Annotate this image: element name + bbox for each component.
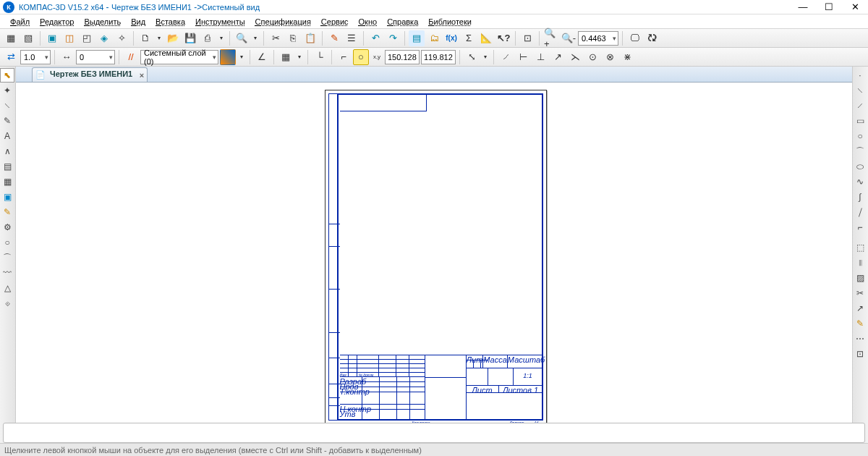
table-icon[interactable]: ▦ xyxy=(0,174,14,189)
arc-tool-icon[interactable]: ⌒ xyxy=(0,250,14,265)
snap-perp-icon[interactable]: ⊥ xyxy=(532,49,548,65)
r-fillet-icon[interactable]: ⌐ xyxy=(853,220,867,235)
sigma-icon[interactable]: Σ xyxy=(461,30,477,46)
view-icon[interactable]: ▣ xyxy=(0,190,14,204)
lcs-icon[interactable]: ⤡ xyxy=(464,49,480,65)
new-dropdown-icon[interactable]: ▾ xyxy=(155,30,163,46)
menu-insert[interactable]: Вставка xyxy=(151,16,190,28)
text-icon[interactable]: ∧ xyxy=(0,144,14,159)
grid-dropdown-icon[interactable]: ▾ xyxy=(295,49,304,65)
calculator-icon[interactable]: 🗂 xyxy=(426,30,442,46)
drawing-canvas[interactable]: Изм № докум Разраб Пров Т.контр Н.контр … xyxy=(16,83,855,431)
menu-window[interactable]: Окно xyxy=(354,16,382,28)
new-doc-icon[interactable]: 🗋 xyxy=(137,30,153,46)
print-icon[interactable]: ⎙ xyxy=(200,30,216,46)
r-bezier-icon[interactable]: ∫ xyxy=(853,190,867,204)
zoom-in-icon[interactable]: 🔍+ xyxy=(543,30,559,46)
r-group-icon[interactable]: ⊡ xyxy=(853,347,867,361)
step-combo[interactable]: 0 xyxy=(76,50,115,64)
line-tool-icon[interactable]: ⟍ xyxy=(0,98,14,113)
color-dropdown-icon[interactable]: ▾ xyxy=(237,49,246,65)
fx-icon[interactable]: f(x) xyxy=(443,30,459,46)
point-tool-icon[interactable]: △ xyxy=(0,281,14,295)
round-icon[interactable]: ○ xyxy=(353,49,369,65)
r-rect-icon[interactable]: ▭ xyxy=(853,114,867,128)
menu-editor[interactable]: Редактор xyxy=(35,16,78,28)
layer-combo[interactable]: Системный слой (0) xyxy=(140,50,218,64)
zoom-out-icon[interactable]: 🔍- xyxy=(561,30,576,46)
document-tab[interactable]: 📄 Чертеж БЕЗ ИМЕНИ1 × xyxy=(32,67,148,82)
params-icon[interactable]: ⚙ xyxy=(0,220,14,235)
ortho-xy-icon[interactable]: └ xyxy=(312,49,328,65)
coord-y-input[interactable] xyxy=(421,50,456,64)
edit-tool-icon[interactable]: ✎ xyxy=(0,205,14,219)
3d-cube-icon[interactable]: ▣ xyxy=(44,30,60,46)
library-mgr-icon[interactable]: ▤ xyxy=(409,30,425,46)
menu-tools[interactable]: Инструменты xyxy=(191,16,250,28)
grid-icon[interactable]: ▦ xyxy=(278,49,294,65)
dimension-icon[interactable]: A xyxy=(0,129,14,143)
lcs-dropdown-icon[interactable]: ▾ xyxy=(481,49,490,65)
paste-icon[interactable]: 📋 xyxy=(302,30,318,46)
color-icon[interactable] xyxy=(220,49,236,65)
snap-mid-icon[interactable]: ⊢ xyxy=(515,49,531,65)
open-icon[interactable]: 📂 xyxy=(165,30,181,46)
menu-help[interactable]: Справка xyxy=(383,16,422,28)
snap-int-icon[interactable]: ⋋ xyxy=(567,49,583,65)
refresh-icon[interactable]: 🗘 xyxy=(644,30,660,46)
circle-tool-icon[interactable]: ○ xyxy=(0,235,14,250)
properties-icon[interactable]: ☰ xyxy=(344,30,359,46)
redo-icon[interactable]: ↷ xyxy=(385,30,401,46)
layers-icon[interactable]: ◈ xyxy=(96,30,112,46)
snap-near-icon[interactable]: ⊗ xyxy=(602,49,618,65)
undo-icon[interactable]: ↶ xyxy=(367,30,383,46)
measure-icon[interactable]: ✎ xyxy=(0,114,14,128)
preview-icon[interactable]: 🔍 xyxy=(234,30,250,46)
zoom-all-icon[interactable]: ⊡ xyxy=(519,30,535,46)
r-trim-icon[interactable]: ✂ xyxy=(853,286,867,300)
preview-dropdown-icon[interactable]: ▾ xyxy=(251,30,260,46)
menu-file[interactable]: Файл xyxy=(6,16,34,28)
step-icon[interactable]: ↔ xyxy=(59,49,75,65)
cut-icon[interactable]: ✂ xyxy=(268,30,284,46)
snap-center-icon[interactable]: ⊙ xyxy=(584,49,600,65)
minimize-button[interactable]: — xyxy=(790,0,816,13)
select-tool-icon[interactable]: ⬉ xyxy=(0,68,14,83)
r-ellipse-icon[interactable]: ⬭ xyxy=(853,159,867,174)
brush-icon[interactable]: ✎ xyxy=(326,30,342,46)
snap-mode-icon[interactable]: ⇄ xyxy=(3,49,19,65)
snap-node-icon[interactable]: ⋇ xyxy=(619,49,635,65)
copy-icon[interactable]: ⎘ xyxy=(285,30,301,46)
snap-combo[interactable]: 1.0 xyxy=(20,50,51,64)
aux-tool-icon[interactable]: ⟐ xyxy=(0,296,14,311)
style-icon[interactable]: // xyxy=(123,49,139,65)
r-equid-icon[interactable]: ⫴ xyxy=(853,256,867,270)
command-bar[interactable] xyxy=(3,423,865,443)
r-line-icon[interactable]: ⟍ xyxy=(853,83,867,98)
save-icon[interactable]: 💾 xyxy=(182,30,198,46)
snap-end-icon[interactable]: ⟋ xyxy=(498,49,514,65)
menu-libraries[interactable]: Библиотеки xyxy=(424,16,476,28)
geometry-tool-icon[interactable]: ✦ xyxy=(0,83,14,98)
tab-close-icon[interactable]: × xyxy=(140,71,144,80)
r-extend-icon[interactable]: ↗ xyxy=(853,301,867,316)
r-circle-icon[interactable]: ○ xyxy=(853,129,867,143)
r-contour-icon[interactable]: ⬚ xyxy=(853,240,867,255)
r-break-icon[interactable]: ✎ xyxy=(853,316,867,331)
snap-tan-icon[interactable]: ↗ xyxy=(550,49,566,65)
redraw-icon[interactable]: 🖵 xyxy=(626,30,642,46)
arrange-windows-icon[interactable]: ▦ xyxy=(3,30,19,46)
r-spline-icon[interactable]: ∿ xyxy=(853,174,867,189)
r-chamfer-icon[interactable]: ⧸ xyxy=(853,205,867,219)
spline-icon[interactable]: 〰 xyxy=(0,266,14,280)
menu-spec[interactable]: Спецификация xyxy=(251,16,315,28)
menu-view[interactable]: Вид xyxy=(127,16,150,28)
zoom-combo[interactable]: 0.4463 xyxy=(578,31,618,46)
menu-service[interactable]: Сервис xyxy=(317,16,353,28)
angle-icon[interactable]: ∠ xyxy=(254,49,270,65)
explode-icon[interactable]: ✧ xyxy=(114,30,129,46)
print-dropdown-icon[interactable]: ▾ xyxy=(217,30,226,46)
r-arc-icon[interactable]: ⌒ xyxy=(853,144,867,159)
maximize-button[interactable]: ☐ xyxy=(816,0,842,13)
ortho-icon[interactable]: ⌐ xyxy=(336,49,352,65)
